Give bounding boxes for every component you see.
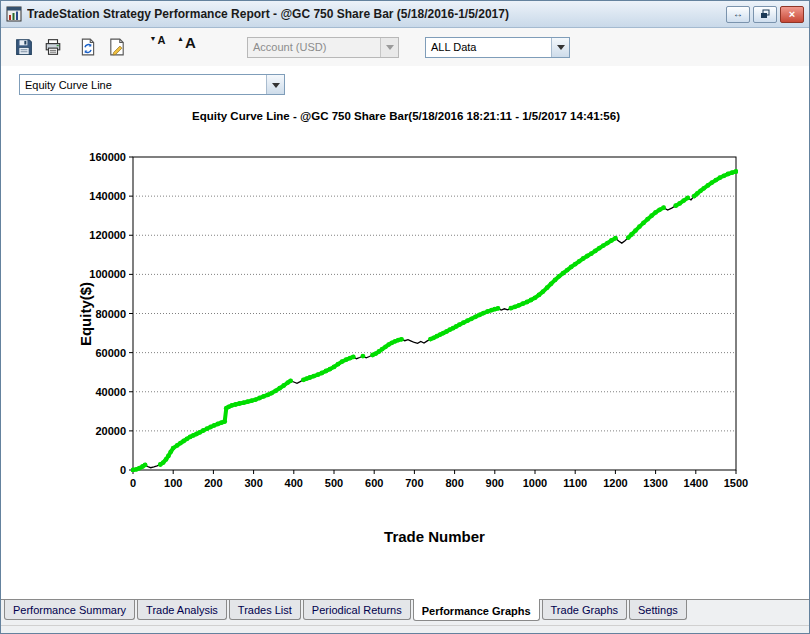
detach-window-button[interactable]: ↔ <box>726 6 750 23</box>
svg-text:900: 900 <box>486 477 504 489</box>
window-title: TradeStation Strategy Performance Report… <box>27 7 723 21</box>
svg-text:20000: 20000 <box>95 425 126 437</box>
chevron-down-icon <box>386 45 394 54</box>
svg-text:0: 0 <box>130 477 136 489</box>
svg-text:300: 300 <box>244 477 262 489</box>
svg-text:40000: 40000 <box>95 386 126 398</box>
svg-text:1400: 1400 <box>684 477 708 489</box>
save-button[interactable] <box>9 33 38 62</box>
toolbar: ▼A ▲A Account (USD) ALL Data <box>1 28 809 66</box>
svg-text:800: 800 <box>445 477 463 489</box>
account-combobox-dropdown <box>380 38 398 57</box>
tab-trades-list[interactable]: Trades List <box>229 600 301 620</box>
svg-text:160000: 160000 <box>89 151 126 163</box>
tab-trade-graphs[interactable]: Trade Graphs <box>542 600 627 620</box>
account-combobox-value: Account (USD) <box>248 38 380 57</box>
restore-icon <box>760 9 770 19</box>
x-axis-label: Trade Number <box>133 528 736 545</box>
close-window-button[interactable]: × <box>780 6 804 23</box>
svg-text:1100: 1100 <box>563 477 587 489</box>
svg-text:500: 500 <box>325 477 343 489</box>
data-range-combobox-value: ALL Data <box>426 38 551 57</box>
svg-text:1500: 1500 <box>724 477 748 489</box>
tab-periodical-returns[interactable]: Periodical Returns <box>303 600 411 620</box>
print-button[interactable] <box>38 33 67 62</box>
data-range-combobox[interactable]: ALL Data <box>425 37 570 58</box>
performance-report-window: TradeStation Strategy Performance Report… <box>0 0 810 634</box>
svg-text:80000: 80000 <box>95 308 126 320</box>
svg-text:100: 100 <box>164 477 182 489</box>
close-icon: × <box>789 9 795 20</box>
tab-settings[interactable]: Settings <box>629 600 687 620</box>
svg-text:200: 200 <box>204 477 222 489</box>
detach-icon: ↔ <box>733 9 743 19</box>
tab-performance-summary[interactable]: Performance Summary <box>4 600 135 620</box>
svg-text:1300: 1300 <box>643 477 667 489</box>
save-icon <box>15 38 33 56</box>
increase-font-button[interactable]: ▲A <box>172 33 201 62</box>
svg-text:60000: 60000 <box>95 347 126 359</box>
svg-text:700: 700 <box>405 477 423 489</box>
decrease-font-button[interactable]: ▼A <box>143 33 172 62</box>
print-icon <box>44 38 62 56</box>
svg-text:140000: 140000 <box>89 190 126 202</box>
arrow-down-icon: ▼ <box>150 35 157 42</box>
account-combobox: Account (USD) <box>247 37 399 58</box>
data-range-combobox-dropdown[interactable] <box>551 38 569 57</box>
report-content: Equity Curve Line Equity Curve Line - @G… <box>1 66 809 599</box>
equity-chart-svg: 0200004000060000800001000001200001400001… <box>1 66 809 526</box>
app-icon <box>6 6 22 22</box>
tab-trade-analysis[interactable]: Trade Analysis <box>137 600 227 620</box>
tab-bar: Performance Summary Trade Analysis Trade… <box>1 599 809 625</box>
svg-text:400: 400 <box>285 477 303 489</box>
title-bar: TradeStation Strategy Performance Report… <box>1 1 809 28</box>
svg-text:1000: 1000 <box>523 477 547 489</box>
svg-text:100000: 100000 <box>89 268 126 280</box>
svg-text:0: 0 <box>120 464 126 476</box>
svg-text:1200: 1200 <box>603 477 627 489</box>
window-controls: ↔ × <box>723 6 804 23</box>
chevron-down-icon <box>557 45 565 54</box>
status-bar <box>1 625 809 633</box>
svg-text:600: 600 <box>365 477 383 489</box>
svg-text:120000: 120000 <box>89 229 126 241</box>
format-report-button[interactable] <box>102 33 131 62</box>
refresh-icon <box>79 38 97 56</box>
tab-performance-graphs[interactable]: Performance Graphs <box>413 599 540 621</box>
restore-window-button[interactable] <box>753 6 777 23</box>
edit-page-icon <box>108 38 126 56</box>
refresh-report-button[interactable] <box>73 33 102 62</box>
arrow-up-icon: ▲ <box>177 35 184 42</box>
